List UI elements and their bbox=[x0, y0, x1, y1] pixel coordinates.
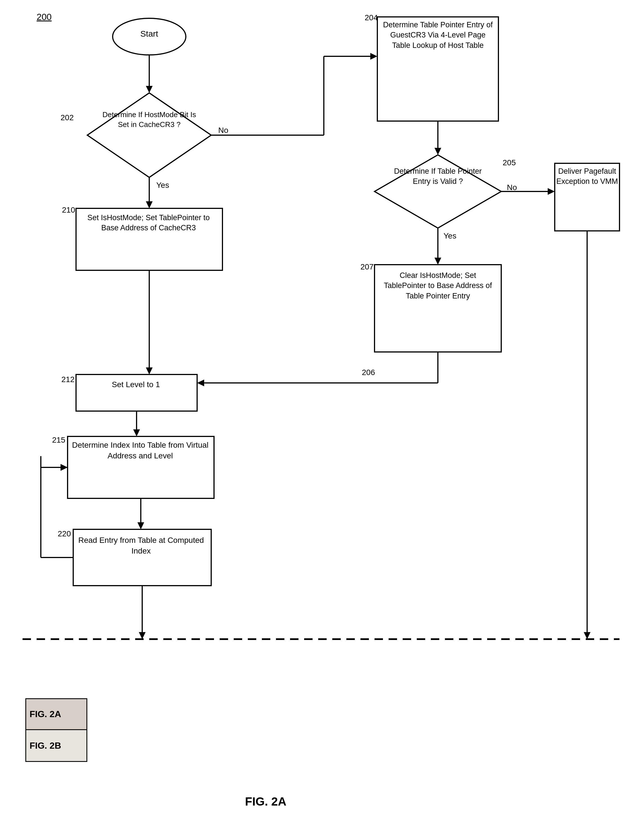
svg-marker-6 bbox=[146, 201, 153, 208]
fig-thumb-bottom: FIG. 2B bbox=[26, 730, 86, 761]
svg-marker-10 bbox=[370, 53, 377, 60]
edge-no-202: No bbox=[218, 125, 228, 135]
fig-thumbnail-container: FIG. 2A FIG. 2B bbox=[25, 698, 87, 762]
svg-marker-40 bbox=[61, 464, 67, 471]
ref-204: 204 bbox=[365, 13, 378, 23]
ref-215: 215 bbox=[52, 435, 65, 445]
svg-marker-42 bbox=[584, 632, 590, 639]
node-207-label: Clear IsHostMode; Set TablePointer to Ba… bbox=[379, 270, 497, 301]
start-label: Start bbox=[130, 28, 169, 39]
node-212-label: Set Level to 1 bbox=[79, 379, 193, 390]
pagefault-label: Deliver Pagefault Exception to VMM bbox=[556, 166, 618, 187]
node-220-label: Read Entry from Table at Computed Index bbox=[75, 535, 207, 556]
ref-205: 205 bbox=[503, 158, 516, 168]
ref-202: 202 bbox=[61, 113, 74, 123]
diagram-container: 200 Start 202 Determine If HostMode Bit … bbox=[0, 0, 644, 823]
svg-marker-32 bbox=[137, 522, 144, 529]
svg-marker-23 bbox=[197, 380, 204, 386]
svg-marker-35 bbox=[139, 632, 146, 639]
fig-thumb-top: FIG. 2A bbox=[26, 699, 86, 730]
svg-marker-4 bbox=[87, 93, 211, 178]
node-202-label: Determine If HostMode Bit Is Set in Cach… bbox=[101, 110, 197, 130]
diagram-ref-200: 200 bbox=[37, 11, 52, 23]
edge-yes-205: Yes bbox=[443, 231, 457, 241]
ref-206: 206 bbox=[362, 368, 375, 378]
svg-marker-19 bbox=[434, 257, 441, 265]
edge-yes-202: Yes bbox=[156, 180, 169, 190]
svg-marker-16 bbox=[548, 188, 555, 195]
ref-207: 207 bbox=[360, 262, 374, 272]
ref-220: 220 bbox=[58, 529, 71, 539]
fig-caption: FIG. 2A bbox=[245, 794, 287, 809]
svg-marker-14 bbox=[374, 155, 501, 228]
node-210-label: Set IsHostMode; Set TablePointer to Base… bbox=[79, 213, 218, 233]
node-215-label: Determine Index Into Table from Virtual … bbox=[70, 440, 211, 461]
node-205-label: Determine If Table Pointer Entry is Vali… bbox=[391, 166, 485, 187]
fig-thumb-2b-label: FIG. 2B bbox=[29, 740, 61, 751]
svg-marker-26 bbox=[146, 368, 153, 374]
edge-no-205: No bbox=[507, 182, 517, 193]
ref-212: 212 bbox=[61, 374, 75, 385]
fig-thumb-2a-label: FIG. 2A bbox=[29, 709, 61, 719]
node-204-label: Determine Table Pointer Entry of GuestCR… bbox=[382, 20, 494, 51]
svg-marker-3 bbox=[146, 86, 153, 93]
diagram-svg bbox=[0, 0, 644, 823]
svg-marker-13 bbox=[434, 148, 441, 155]
ref-210: 210 bbox=[62, 205, 75, 215]
svg-marker-29 bbox=[133, 429, 140, 437]
